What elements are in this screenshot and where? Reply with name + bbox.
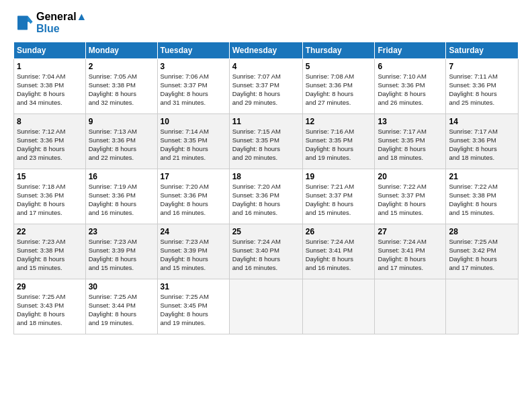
- day-info: Sunrise: 7:21 AM Sunset: 3:37 PM Dayligh…: [306, 183, 372, 217]
- calendar-week-row: 22Sunrise: 7:23 AM Sunset: 3:38 PM Dayli…: [14, 224, 519, 279]
- day-info: Sunrise: 7:20 AM Sunset: 3:36 PM Dayligh…: [232, 183, 300, 217]
- weekday-header: Friday: [375, 42, 446, 59]
- day-number: 11: [232, 116, 300, 127]
- day-number: 24: [161, 226, 226, 237]
- calendar-cell: 21Sunrise: 7:22 AM Sunset: 3:38 PM Dayli…: [446, 169, 519, 224]
- calendar-cell: 15Sunrise: 7:18 AM Sunset: 3:36 PM Dayli…: [14, 169, 86, 224]
- calendar-cell: 6Sunrise: 7:10 AM Sunset: 3:36 PM Daylig…: [375, 59, 446, 114]
- calendar-cell: 5Sunrise: 7:08 AM Sunset: 3:36 PM Daylig…: [302, 59, 375, 114]
- day-info: Sunrise: 7:22 AM Sunset: 3:38 PM Dayligh…: [449, 183, 515, 217]
- day-info: Sunrise: 7:14 AM Sunset: 3:35 PM Dayligh…: [161, 128, 226, 162]
- day-info: Sunrise: 7:24 AM Sunset: 3:41 PM Dayligh…: [306, 238, 372, 272]
- day-number: 4: [232, 61, 300, 72]
- calendar-cell: 10Sunrise: 7:14 AM Sunset: 3:35 PM Dayli…: [157, 114, 229, 169]
- calendar-cell: [375, 279, 446, 334]
- day-number: 26: [306, 226, 372, 237]
- day-number: 16: [89, 171, 154, 182]
- day-info: Sunrise: 7:25 AM Sunset: 3:42 PM Dayligh…: [449, 238, 515, 272]
- day-number: 3: [161, 61, 226, 72]
- weekday-header: Sunday: [14, 42, 86, 59]
- calendar-cell: 26Sunrise: 7:24 AM Sunset: 3:41 PM Dayli…: [302, 224, 375, 279]
- calendar-cell: 2Sunrise: 7:05 AM Sunset: 3:38 PM Daylig…: [85, 59, 157, 114]
- logo-text: General▲ Blue: [36, 11, 87, 35]
- day-info: Sunrise: 7:15 AM Sunset: 3:35 PM Dayligh…: [232, 128, 300, 162]
- day-info: Sunrise: 7:17 AM Sunset: 3:36 PM Dayligh…: [449, 128, 515, 162]
- day-info: Sunrise: 7:10 AM Sunset: 3:36 PM Dayligh…: [378, 73, 443, 107]
- calendar-cell: 16Sunrise: 7:19 AM Sunset: 3:36 PM Dayli…: [85, 169, 157, 224]
- weekday-header: Monday: [85, 42, 157, 59]
- weekday-header: Tuesday: [157, 42, 229, 59]
- calendar-week-row: 15Sunrise: 7:18 AM Sunset: 3:36 PM Dayli…: [14, 169, 519, 224]
- calendar-cell: 25Sunrise: 7:24 AM Sunset: 3:40 PM Dayli…: [229, 224, 302, 279]
- day-number: 15: [17, 171, 83, 182]
- calendar-table: SundayMondayTuesdayWednesdayThursdayFrid…: [13, 42, 519, 334]
- day-number: 23: [89, 226, 154, 237]
- page-header: General▲ Blue: [13, 11, 519, 35]
- calendar-body: 1Sunrise: 7:04 AM Sunset: 3:38 PM Daylig…: [14, 59, 519, 334]
- calendar-cell: [302, 279, 375, 334]
- logo-icon: [13, 13, 34, 33]
- calendar-cell: 13Sunrise: 7:17 AM Sunset: 3:35 PM Dayli…: [375, 114, 446, 169]
- day-number: 14: [449, 116, 515, 127]
- day-info: Sunrise: 7:05 AM Sunset: 3:38 PM Dayligh…: [89, 73, 154, 107]
- calendar-cell: 24Sunrise: 7:23 AM Sunset: 3:39 PM Dayli…: [157, 224, 229, 279]
- day-info: Sunrise: 7:17 AM Sunset: 3:35 PM Dayligh…: [378, 128, 443, 162]
- calendar-cell: 7Sunrise: 7:11 AM Sunset: 3:36 PM Daylig…: [446, 59, 519, 114]
- day-info: Sunrise: 7:25 AM Sunset: 3:43 PM Dayligh…: [17, 293, 83, 327]
- weekday-row: SundayMondayTuesdayWednesdayThursdayFrid…: [14, 42, 519, 59]
- day-number: 20: [378, 171, 443, 182]
- weekday-header: Wednesday: [229, 42, 302, 59]
- calendar-cell: [229, 279, 302, 334]
- day-number: 5: [306, 61, 372, 72]
- logo: General▲ Blue: [13, 11, 87, 35]
- calendar-cell: 30Sunrise: 7:25 AM Sunset: 3:44 PM Dayli…: [85, 279, 157, 334]
- day-number: 13: [378, 116, 443, 127]
- day-number: 7: [449, 61, 515, 72]
- day-info: Sunrise: 7:23 AM Sunset: 3:39 PM Dayligh…: [89, 238, 154, 272]
- calendar-cell: 17Sunrise: 7:20 AM Sunset: 3:36 PM Dayli…: [157, 169, 229, 224]
- day-number: 31: [161, 281, 226, 292]
- weekday-header: Thursday: [302, 42, 375, 59]
- calendar-cell: 3Sunrise: 7:06 AM Sunset: 3:37 PM Daylig…: [157, 59, 229, 114]
- calendar-cell: 18Sunrise: 7:20 AM Sunset: 3:36 PM Dayli…: [229, 169, 302, 224]
- page-container: General▲ Blue SundayMondayTuesdayWednesd…: [0, 0, 532, 411]
- day-number: 21: [449, 171, 515, 182]
- day-info: Sunrise: 7:11 AM Sunset: 3:36 PM Dayligh…: [449, 73, 515, 107]
- calendar-cell: 14Sunrise: 7:17 AM Sunset: 3:36 PM Dayli…: [446, 114, 519, 169]
- day-number: 9: [89, 116, 154, 127]
- day-number: 22: [17, 226, 83, 237]
- day-number: 19: [306, 171, 372, 182]
- calendar-header: SundayMondayTuesdayWednesdayThursdayFrid…: [14, 42, 519, 59]
- calendar-cell: 22Sunrise: 7:23 AM Sunset: 3:38 PM Dayli…: [14, 224, 86, 279]
- calendar-cell: 29Sunrise: 7:25 AM Sunset: 3:43 PM Dayli…: [14, 279, 86, 334]
- calendar-cell: 31Sunrise: 7:25 AM Sunset: 3:45 PM Dayli…: [157, 279, 229, 334]
- day-number: 27: [378, 226, 443, 237]
- day-info: Sunrise: 7:04 AM Sunset: 3:38 PM Dayligh…: [17, 73, 83, 107]
- day-info: Sunrise: 7:22 AM Sunset: 3:37 PM Dayligh…: [378, 183, 443, 217]
- calendar-cell: 12Sunrise: 7:16 AM Sunset: 3:35 PM Dayli…: [302, 114, 375, 169]
- calendar-cell: 20Sunrise: 7:22 AM Sunset: 3:37 PM Dayli…: [375, 169, 446, 224]
- day-number: 28: [449, 226, 515, 237]
- day-info: Sunrise: 7:08 AM Sunset: 3:36 PM Dayligh…: [306, 73, 372, 107]
- day-info: Sunrise: 7:20 AM Sunset: 3:36 PM Dayligh…: [161, 183, 226, 217]
- calendar-cell: 11Sunrise: 7:15 AM Sunset: 3:35 PM Dayli…: [229, 114, 302, 169]
- calendar-week-row: 1Sunrise: 7:04 AM Sunset: 3:38 PM Daylig…: [14, 59, 519, 114]
- calendar-cell: [446, 279, 519, 334]
- calendar-cell: 28Sunrise: 7:25 AM Sunset: 3:42 PM Dayli…: [446, 224, 519, 279]
- day-number: 17: [161, 171, 226, 182]
- calendar-cell: 8Sunrise: 7:12 AM Sunset: 3:36 PM Daylig…: [14, 114, 86, 169]
- calendar-week-row: 29Sunrise: 7:25 AM Sunset: 3:43 PM Dayli…: [14, 279, 519, 334]
- calendar-cell: 9Sunrise: 7:13 AM Sunset: 3:36 PM Daylig…: [85, 114, 157, 169]
- day-number: 29: [17, 281, 83, 292]
- day-info: Sunrise: 7:25 AM Sunset: 3:45 PM Dayligh…: [161, 293, 226, 327]
- svg-rect-2: [17, 16, 28, 30]
- weekday-header: Saturday: [446, 42, 519, 59]
- day-info: Sunrise: 7:24 AM Sunset: 3:41 PM Dayligh…: [378, 238, 443, 272]
- day-info: Sunrise: 7:13 AM Sunset: 3:36 PM Dayligh…: [89, 128, 154, 162]
- day-number: 8: [17, 116, 83, 127]
- day-number: 18: [232, 171, 300, 182]
- day-info: Sunrise: 7:06 AM Sunset: 3:37 PM Dayligh…: [161, 73, 226, 107]
- calendar-cell: 19Sunrise: 7:21 AM Sunset: 3:37 PM Dayli…: [302, 169, 375, 224]
- day-number: 30: [89, 281, 154, 292]
- calendar-cell: 23Sunrise: 7:23 AM Sunset: 3:39 PM Dayli…: [85, 224, 157, 279]
